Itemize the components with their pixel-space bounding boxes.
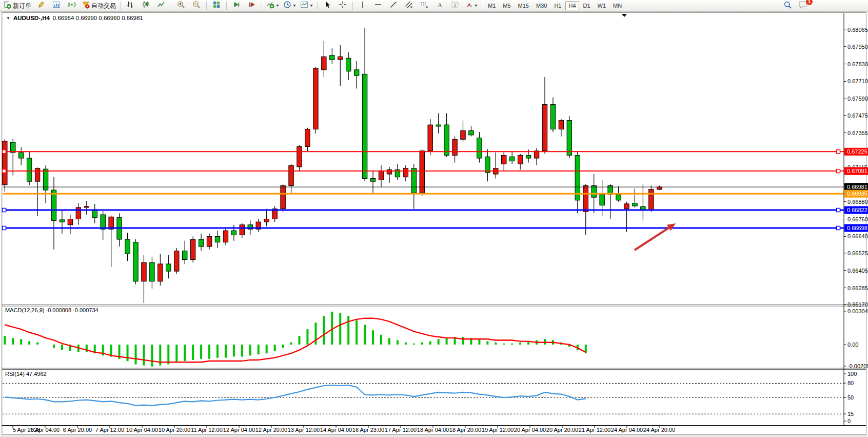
hline-handle[interactable]	[837, 208, 840, 212]
svg-text:10 Apr 04:00: 10 Apr 04:00	[126, 427, 158, 433]
svg-text:0.66525: 0.66525	[847, 250, 868, 256]
templates-button[interactable]	[299, 0, 314, 11]
zoom-in-button[interactable]	[174, 0, 188, 11]
cursor-button[interactable]	[320, 0, 334, 11]
profiles-icon	[52, 1, 61, 11]
svg-text:E: E	[410, 6, 412, 9]
svg-text:0.67710: 0.67710	[847, 78, 868, 84]
candlestick-chart-button[interactable]	[139, 0, 153, 11]
timeframe-h1-button[interactable]: H1	[551, 1, 564, 10]
cursor-icon	[323, 1, 331, 11]
svg-text:7 Apr 12:00: 7 Apr 12:00	[95, 427, 124, 433]
svg-text:0.00: 0.00	[847, 341, 858, 348]
signals-icon	[68, 1, 76, 11]
svg-text:0.66170: 0.66170	[847, 301, 868, 308]
auto-trading-label: 自动交易	[91, 2, 116, 10]
svg-text:0.66822: 0.66822	[847, 207, 867, 213]
svg-text:-0.00205: -0.00205	[847, 363, 868, 369]
equidistant-channel-icon: E	[405, 1, 413, 11]
styles-button[interactable]	[34, 0, 48, 11]
search-icon	[783, 1, 792, 11]
templates-icon	[300, 1, 308, 11]
toolbar-separator	[206, 2, 207, 10]
chart-ohlc-values: 0.66964 0.66990 0.66960 0.66981	[53, 15, 143, 21]
hline-handle[interactable]	[837, 226, 840, 230]
chevron-down-icon	[276, 5, 279, 7]
hline-handle[interactable]	[3, 150, 6, 154]
search-button[interactable]	[780, 0, 795, 11]
arrows-button[interactable]	[463, 0, 479, 11]
time-axis: 5 Apr 20236 Apr 04:006 Apr 20:007 Apr 12…	[13, 426, 675, 433]
bar-chart-icon	[126, 1, 134, 11]
timeframe-m30-button[interactable]: M30	[533, 1, 550, 10]
tile-windows-button[interactable]	[209, 0, 224, 11]
toolbar-separator	[262, 2, 262, 10]
chart-symbol-label: AUDUSD-,H4	[13, 15, 50, 21]
svg-text:0.67950: 0.67950	[847, 44, 868, 50]
zoom-out-button[interactable]	[189, 0, 204, 11]
bar-chart-button[interactable]	[123, 0, 137, 11]
toolbar-separator	[352, 2, 353, 10]
tile-windows-icon	[212, 1, 221, 11]
toolbar-right-group: 1	[780, 0, 811, 11]
timeframe-w1-button[interactable]: W1	[595, 1, 609, 10]
svg-text:50: 50	[847, 394, 854, 401]
svg-text:F: F	[426, 6, 428, 9]
chart-title: ▼ AUDUSD-,H4 0.66964 0.66990 0.66960 0.6…	[6, 15, 143, 21]
timeframe-m15-button[interactable]: M15	[515, 1, 532, 10]
profiles-button[interactable]	[49, 0, 64, 11]
equidistant-channel-button[interactable]: E	[402, 0, 416, 11]
trendline-button[interactable]	[386, 0, 401, 11]
svg-text:0.67475: 0.67475	[847, 112, 868, 119]
svg-text:0.66981: 0.66981	[847, 184, 867, 190]
svg-text:0.00304: 0.00304	[847, 308, 868, 314]
timeframe-h4-button[interactable]: H4	[565, 1, 579, 10]
hline-handle[interactable]	[837, 169, 840, 173]
auto-scroll-icon	[232, 1, 241, 11]
svg-text:0.66698: 0.66698	[847, 225, 867, 231]
horizontal-line-button[interactable]	[371, 0, 385, 11]
new-order-icon	[3, 1, 11, 11]
arrows-icon	[465, 1, 473, 11]
chart-collapse-icon[interactable]: ▼	[6, 16, 10, 21]
text-button[interactable]: A	[432, 0, 447, 11]
vertical-line-icon	[359, 1, 367, 11]
toolbar-separator	[226, 2, 227, 10]
crosshair-button[interactable]	[336, 0, 350, 11]
price-badge-0.66981: 0.66981	[844, 183, 868, 191]
new-order-button[interactable]: 新订单	[2, 0, 33, 11]
hline-handle[interactable]	[837, 150, 840, 154]
notifications-button[interactable]: 1	[796, 0, 810, 11]
auto-trading-button[interactable]: 自动交易	[80, 0, 117, 11]
price-chart[interactable]: MACD(12,26,9) -0.000808 -0.000734RSI(14)…	[0, 0, 868, 437]
main-toolbar: 新订单 自动交易	[0, 0, 868, 12]
hline-handle[interactable]	[3, 208, 6, 212]
auto-scroll-button[interactable]	[229, 0, 244, 11]
macd-label: MACD(12,26,9) -0.000808 -0.000734	[5, 307, 98, 313]
svg-text:16 Apr 23:00: 16 Apr 23:00	[352, 427, 384, 433]
periods-button[interactable]	[282, 0, 298, 11]
svg-text:12 Apr 20:00: 12 Apr 20:00	[255, 427, 287, 433]
timeframe-d1-button[interactable]: D1	[580, 1, 594, 10]
line-chart-button[interactable]	[154, 0, 168, 11]
fibonacci-button[interactable]: F	[417, 0, 431, 11]
svg-text:6 Apr 04:00: 6 Apr 04:00	[31, 427, 60, 433]
chart-shift-button[interactable]	[245, 0, 259, 11]
timeframe-m5-button[interactable]: M5	[500, 1, 514, 10]
svg-text:21 Apr 12:00: 21 Apr 12:00	[579, 427, 610, 433]
timeframe-m1-button[interactable]: M1	[485, 1, 499, 10]
svg-text:17 Apr 12:00: 17 Apr 12:00	[385, 427, 417, 433]
vertical-line-button[interactable]	[356, 0, 370, 11]
text-label-icon: T	[451, 1, 459, 11]
svg-text:11 Apr 12:00: 11 Apr 12:00	[191, 427, 223, 433]
indicators-button[interactable]	[265, 0, 281, 11]
horizontal-line-icon	[374, 1, 382, 11]
window-bottom-edge	[0, 435, 868, 437]
timeframe-mn-button[interactable]: MN	[610, 1, 625, 10]
periods-clock-icon	[283, 1, 291, 11]
svg-text:19 Apr 12:00: 19 Apr 12:00	[482, 427, 514, 433]
hline-handle[interactable]	[3, 226, 6, 230]
signals-button[interactable]	[65, 0, 79, 11]
hline-handle[interactable]	[3, 169, 6, 173]
text-label-button[interactable]: T	[448, 0, 462, 11]
